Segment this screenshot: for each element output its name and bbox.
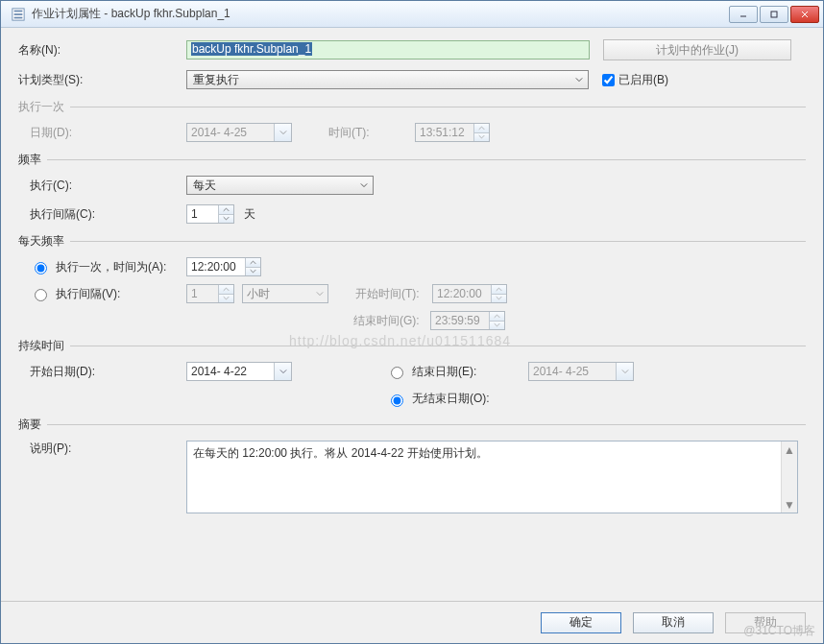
scrollbar[interactable]: ▲ ▼ [781, 441, 797, 513]
start-date-input[interactable]: 2014- 4-22 [186, 362, 292, 381]
ok-button[interactable]: 确定 [541, 612, 621, 633]
exec-label: 执行(C): [30, 178, 186, 194]
name-value: backUp fkhr.Subplan_1 [191, 42, 312, 56]
description-textarea[interactable]: 在每天的 12:20:00 执行。将从 2014-4-22 开始使用计划。 ▲ … [186, 441, 798, 513]
start-time-input: 12:20:00 [432, 284, 507, 303]
exec-once-time-label: 时间(T): [328, 125, 415, 141]
exec-once-date-input: 2014- 4-25 [186, 123, 292, 142]
each-interval-spinner: 1 [186, 284, 234, 303]
jobs-in-schedule-button[interactable]: 计划中的作业(J) [603, 39, 791, 60]
end-time-input: 23:59:59 [430, 311, 505, 330]
name-input[interactable]: backUp fkhr.Subplan_1 [186, 40, 590, 60]
svg-rect-3 [14, 16, 23, 18]
scroll-up-icon[interactable]: ▲ [782, 441, 797, 458]
window-title: 作业计划属性 - backUp fkhr.Subplan_1 [32, 6, 230, 22]
no-end-radio[interactable] [391, 394, 403, 407]
interval-spinner[interactable]: 1 [186, 204, 234, 224]
frequency-value: 每天 [193, 178, 216, 194]
help-button[interactable]: 帮助 [725, 612, 806, 633]
name-label: 名称(N): [18, 42, 186, 59]
scroll-down-icon[interactable]: ▼ [782, 496, 797, 513]
exec-once-section: 执行一次 [18, 99, 806, 115]
app-icon [11, 7, 26, 22]
interval-unit-dropdown: 小时 [242, 284, 328, 303]
chevron-down-icon [355, 181, 373, 189]
description-text: 在每天的 12:20:00 执行。将从 2014-4-22 开始使用计划。 [193, 446, 488, 460]
once-at-time-input[interactable]: 12:20:00 [186, 257, 261, 276]
schedule-type-value: 重复执行 [193, 72, 239, 88]
interval-unit: 天 [244, 206, 255, 223]
close-button[interactable] [790, 6, 819, 23]
duration-section: 持续时间 [18, 338, 806, 354]
each-interval-label: 执行间隔(V): [56, 286, 120, 302]
maximize-button[interactable] [760, 6, 788, 23]
exec-once-time-input: 13:51:12 [415, 123, 490, 142]
daily-frequency-section: 每天频率 [18, 233, 806, 250]
interval-label: 执行间隔(C): [30, 206, 186, 223]
svg-rect-1 [14, 10, 23, 12]
calendar-icon[interactable] [274, 363, 291, 380]
start-date-label: 开始日期(D): [30, 364, 186, 380]
frequency-dropdown[interactable]: 每天 [186, 176, 374, 195]
end-date-input: 2014- 4-25 [528, 362, 634, 381]
end-date-label: 结束日期(E): [412, 364, 476, 380]
each-interval-radio[interactable] [35, 289, 47, 301]
end-time-label: 结束时间(G): [353, 313, 430, 329]
minimize-button[interactable] [729, 6, 758, 23]
no-end-label: 无结束日期(O): [412, 391, 490, 407]
schedule-type-dropdown[interactable]: 重复执行 [186, 70, 589, 89]
svg-rect-5 [771, 12, 777, 17]
end-date-radio[interactable] [391, 367, 403, 379]
calendar-icon [274, 124, 291, 141]
frequency-section: 频率 [18, 152, 806, 168]
spin-up-icon[interactable] [219, 205, 233, 215]
chevron-down-icon [312, 290, 327, 298]
once-at-label: 执行一次，时间为(A): [56, 259, 166, 275]
cancel-button[interactable]: 取消 [633, 612, 714, 633]
titlebar: 作业计划属性 - backUp fkhr.Subplan_1 [1, 1, 823, 28]
exec-once-date-label: 日期(D): [30, 125, 186, 141]
enabled-label: 已启用(B) [618, 72, 668, 88]
once-at-radio[interactable] [35, 262, 47, 274]
schedule-type-label: 计划类型(S): [18, 72, 186, 88]
svg-rect-2 [14, 13, 23, 15]
enabled-checkbox[interactable] [602, 74, 615, 86]
description-label: 说明(P): [30, 441, 186, 457]
start-time-label: 开始时间(T): [355, 286, 432, 302]
calendar-icon [616, 363, 633, 380]
spin-down-icon[interactable] [219, 215, 233, 224]
chevron-down-icon [570, 76, 588, 83]
summary-section: 摘要 [18, 417, 806, 433]
